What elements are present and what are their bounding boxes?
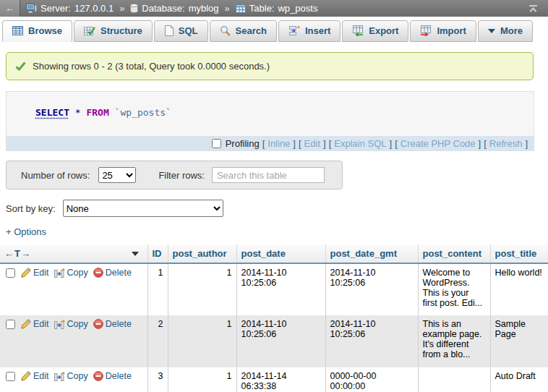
copy-label: Copy [67,371,88,381]
profiling-label: Profiling [226,138,260,149]
breadcrumb-database[interactable]: Database: myblog [130,3,218,14]
copy-row-icon [54,372,65,381]
cell-post-title: Auto Draft [490,367,548,392]
collapse-top-icon [528,4,539,13]
row-select-checkbox[interactable] [6,268,15,278]
tab-label: Search [236,25,267,36]
sql-query: SELECT * FROM `wp_posts` [7,92,534,136]
tab-structure[interactable]: Structure [74,20,153,42]
tab-label: Structure [100,25,142,36]
tab-browse[interactable]: Browse [2,20,72,42]
row-actions-cell: Edit Copy Delete [0,263,147,315]
delete-label: Delete [106,371,132,381]
collapse-console-button[interactable] [528,4,539,13]
explain-sql-link[interactable]: Explain SQL [334,138,386,149]
inline-link[interactable]: Inline [267,138,290,149]
cell-post-date-gmt: 2014-11-10 10:25:06 [325,315,418,367]
delete-row-link[interactable]: Delete [93,371,132,381]
edit-row-link[interactable]: Edit [21,268,49,278]
copy-row-link[interactable]: Copy [54,319,88,329]
sql-table-name: `wp_posts` [115,107,171,118]
phpmyadmin-browse-page: ← Server: 127.0.0.1 » Database: myblog »… [0,0,548,392]
sql-keyword-select[interactable]: SELECT [35,107,69,118]
pencil-icon [21,319,31,329]
refresh-link[interactable]: Refresh [489,138,523,149]
cell-id: 1 [147,263,168,315]
search-icon [220,25,231,36]
server-label: Server: [40,3,71,14]
edit-row-link[interactable]: Edit [21,319,49,329]
tab-label: More [500,25,523,36]
query-toolbar: Profiling [ Inline ] [ Edit ] [ Explain … [7,136,534,151]
tab-label: Export [369,25,398,36]
create-php-code-link[interactable]: Create PHP Code [401,138,476,149]
tab-more[interactable]: More [478,20,533,42]
number-of-rows-label: Number of rows: [21,170,90,181]
breadcrumb-separator: » [119,3,124,14]
pencil-icon [21,371,31,381]
results-table: ←T→ ID post_author post_date post_date_g… [0,244,548,392]
row-select-checkbox[interactable] [6,320,15,329]
options-toggle-link[interactable]: + Options [6,226,46,237]
structure-icon [84,26,95,36]
database-value: myblog [189,3,219,14]
table-row: Edit Copy Delete 1 1 2014-11-10 1 [0,263,548,315]
bracket: ] [525,138,528,149]
cell-post-content [418,367,490,392]
delete-label: Delete [106,319,132,329]
database-icon [130,4,138,13]
delete-row-link[interactable]: Delete [93,319,132,329]
delete-icon [93,319,103,329]
chevron-down-icon [488,29,495,33]
tab-export[interactable]: Export [342,20,408,42]
tab-import[interactable]: Import [410,20,476,42]
breadcrumb-separator: » [225,3,230,14]
tab-label: SQL [179,25,198,36]
delete-row-link[interactable]: Delete [93,268,132,278]
copy-label: Copy [67,319,88,329]
filter-rows-input[interactable] [212,167,325,183]
profiling-checkbox[interactable] [212,139,221,148]
table-icon [236,4,246,13]
rows-per-page-select[interactable]: 25 [98,167,136,183]
bracket: ] [479,138,481,149]
bracket: [ [395,138,398,149]
bracket: [ [329,138,332,149]
column-header-id[interactable]: ID [147,244,168,263]
cell-post-date-gmt: 0000-00-00 00:00:00 [325,367,418,392]
delete-icon [93,268,103,278]
tab-sql[interactable]: SQL [154,20,208,42]
copy-row-link[interactable]: Copy [54,371,88,381]
edit-label: Edit [33,319,49,329]
copy-label: Copy [67,268,88,278]
bracket: ] [390,138,393,149]
edit-label: Edit [33,268,49,278]
column-header-post-date-gmt[interactable]: post_date_gmt [325,244,418,263]
query-box: SELECT * FROM `wp_posts` Profiling [ Inl… [6,91,534,151]
column-header-post-title[interactable]: post_title [490,244,548,263]
breadcrumb-table[interactable]: Table: wp_posts [236,3,318,14]
results-header-row: ←T→ ID post_author post_date post_date_g… [0,244,548,263]
tab-insert[interactable]: Insert [278,20,341,42]
row-select-checkbox[interactable] [6,372,15,381]
edit-query-link[interactable]: Edit [304,138,320,149]
breadcrumb-server[interactable]: Server: 127.0.0.1 [26,3,114,14]
results-controls-panel: Number of rows: 25 Filter rows: [6,161,343,189]
bracket: [ [299,138,301,149]
insert-icon [288,25,300,36]
tab-search[interactable]: Search [210,20,277,42]
tab-label: Browse [28,25,62,36]
copy-row-link[interactable]: Copy [54,268,88,278]
bracket: ] [323,138,326,149]
import-icon [420,25,432,36]
column-header-post-author[interactable]: post_author [168,244,236,263]
column-header-post-date[interactable]: post_date [236,244,325,263]
column-header-post-content[interactable]: post_content [418,244,490,263]
cell-post-date: 2014-11-10 10:25:06 [236,315,325,367]
column-visibility-toggle-icon[interactable] [132,252,139,256]
back-button[interactable]: ← [0,0,20,17]
sort-key-select[interactable]: None [63,200,223,217]
sort-controls: Sort by key: None [6,200,548,217]
edit-row-link[interactable]: Edit [21,371,49,381]
bracket: [ [262,138,265,149]
